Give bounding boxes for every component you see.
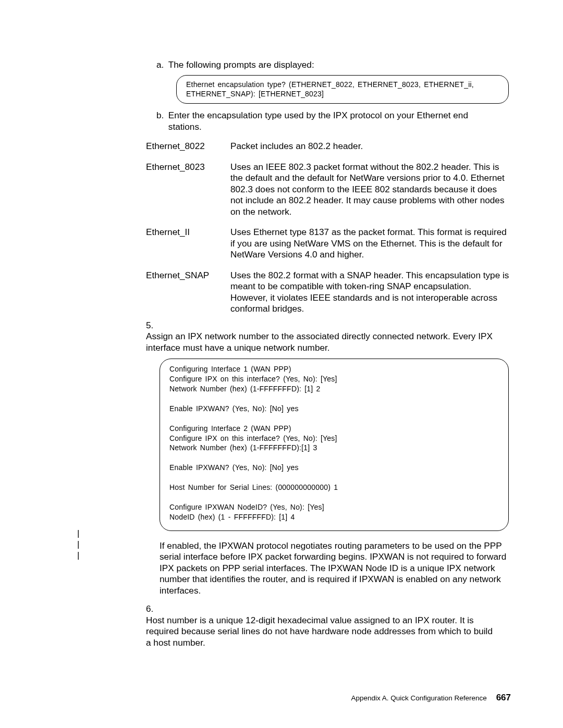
step-a-text: The following prompts are displayed: [168, 59, 502, 71]
def-term: Ethernet_8022 [146, 141, 230, 152]
list-marker-6: 6. [146, 603, 160, 615]
step-a: a. The following prompts are displayed: [146, 59, 511, 71]
def-desc: Packet includes an 802.2 header. [230, 141, 511, 152]
terminal-box-2: Configuring Interface 1 (WAN PPP) Config… [160, 359, 509, 530]
def-term: Ethernet_8023 [146, 162, 230, 218]
def-desc: Uses Ethernet type 8137 as the packet fo… [230, 227, 511, 261]
def-term: Ethernet_SNAP [146, 270, 230, 315]
def-term: Ethernet_II [146, 227, 230, 261]
terminal-line: Ethernet encapsulation type? (ETHERNET_8… [186, 80, 499, 90]
step-b: b. Enter the encapsulation type used by … [146, 110, 511, 132]
footer-page-number: 667 [496, 693, 511, 702]
def-desc: Uses the 802.2 format with a SNAP header… [230, 270, 511, 315]
definition-list: Ethernet_8022 Packet includes an 802.2 h… [146, 141, 511, 315]
step-6: 6. Host number is a unique 12-digit hexa… [146, 603, 511, 648]
step-5: 5. Assign an IPX network number to the a… [146, 320, 511, 354]
def-row: Ethernet_8022 Packet includes an 802.2 h… [146, 141, 511, 152]
def-row: Ethernet_8023 Uses an IEEE 802.3 packet … [146, 162, 511, 218]
page-footer: Appendix A. Quick Configuration Referenc… [351, 692, 511, 703]
main-content: a. The following prompts are displayed: … [146, 59, 511, 648]
page: a. The following prompts are displayed: … [0, 0, 563, 728]
terminal-box-1: Ethernet encapsulation type? (ETHERNET_8… [176, 75, 509, 104]
step-6-text: Host number is a unique 12-digit hexadec… [146, 615, 495, 649]
step-b-text: Enter the encapsulation type used by the… [168, 110, 502, 132]
list-marker-b: b. [146, 110, 166, 121]
footer-label: Appendix A. Quick Configuration Referenc… [351, 694, 486, 702]
list-marker-5: 5. [146, 320, 160, 331]
change-bar: | [77, 528, 79, 539]
change-bar: | [77, 539, 79, 550]
paragraph-ipxwan: If enabled, the IPXWAN protocol negotiat… [160, 540, 511, 597]
terminal-line: ETHERNET_SNAP): [ETHERNET_8023] [186, 89, 499, 99]
def-row: Ethernet_SNAP Uses the 802.2 format with… [146, 270, 511, 315]
list-marker-a: a. [146, 59, 166, 71]
step-5-text: Assign an IPX network number to the asso… [146, 331, 495, 353]
def-desc: Uses an IEEE 802.3 packet format without… [230, 162, 511, 218]
change-bar: | [77, 550, 79, 561]
def-row: Ethernet_II Uses Ethernet type 8137 as t… [146, 227, 511, 261]
